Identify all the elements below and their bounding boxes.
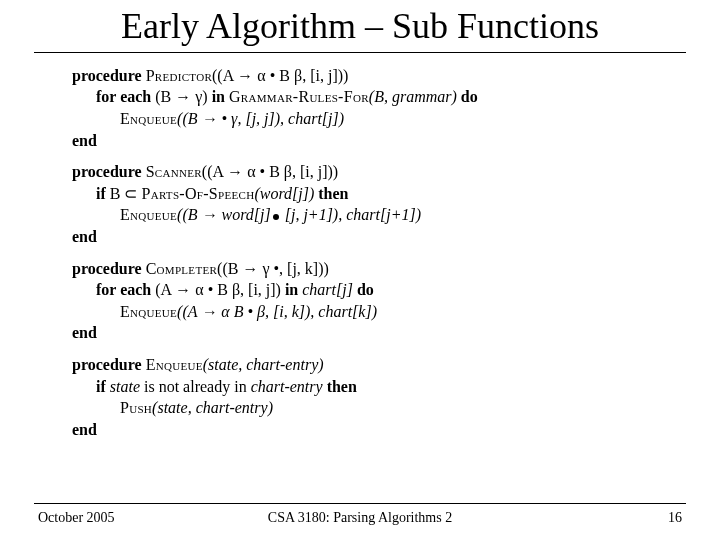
kw-procedure: procedure	[72, 163, 142, 180]
kw-do: do	[461, 88, 478, 105]
kw-end: end	[72, 130, 720, 152]
footer-rule	[34, 503, 686, 504]
arg-state: state	[110, 378, 144, 395]
predictor-enqueue: Enqueue((B → • γ, [j, j]), chart[j])	[72, 108, 720, 130]
fn-enqueue: Enqueue	[120, 110, 177, 127]
fn-enqueue: Enqueue	[120, 206, 177, 223]
txt: B ⊂	[110, 185, 142, 202]
proc-name: Scanner	[146, 163, 202, 180]
page-title: Early Algorithm – Sub Functions	[0, 0, 720, 52]
enqueue-if: if state is not already in chart-entry t…	[72, 376, 720, 398]
kw-in: in	[285, 281, 302, 298]
args: (B, grammar)	[369, 88, 461, 105]
args: chart[j]	[302, 281, 357, 298]
args: (state, chart-entry)	[152, 399, 273, 416]
proc-sig: ((A → α • B β, [i, j]))	[202, 163, 338, 180]
proc-name: Completer	[146, 260, 217, 277]
args: ((B → • γ, [j, j]), chart[j])	[177, 110, 344, 127]
proc-sig: ((A → α • B β, [i, j]))	[212, 67, 348, 84]
kw-end: end	[72, 419, 720, 441]
predictor-foreach: for each (B → γ) in Grammar-Rules-For(B,…	[72, 86, 720, 108]
kw-procedure: procedure	[72, 356, 142, 373]
kw-procedure: procedure	[72, 260, 142, 277]
kw-procedure: procedure	[72, 67, 142, 84]
kw-then: then	[318, 185, 348, 202]
pseudocode-block: procedure Predictor((A → α • B β, [i, j]…	[72, 65, 720, 441]
txt: (B → γ)	[155, 88, 211, 105]
kw-do: do	[357, 281, 374, 298]
txt: (A → α • B β, [i, j])	[155, 281, 285, 298]
scanner-enqueue: Enqueue((B → word[j] [j, j+1]), chart[j+…	[72, 204, 720, 226]
proc-completer: procedure Completer((B → γ •, [j, k]))	[72, 258, 720, 280]
args: ((B → word[j]	[177, 206, 271, 223]
proc-enqueue: procedure Enqueue(state, chart-entry)	[72, 354, 720, 376]
proc-scanner: procedure Scanner((A → α • B β, [i, j]))	[72, 161, 720, 183]
kw-end: end	[72, 226, 720, 248]
slide: Early Algorithm – Sub Functions procedur…	[0, 0, 720, 540]
kw-in: in	[212, 88, 229, 105]
proc-name: Enqueue	[146, 356, 203, 373]
args: [j, j+1]), chart[j+1])	[281, 206, 421, 223]
fn-grammar-rules-for: Grammar-Rules-For	[229, 88, 369, 105]
kw-if: if	[96, 185, 110, 202]
completer-enqueue: Enqueue((A → α B • β, [i, k]), chart[k])	[72, 301, 720, 323]
footer-title: CSA 3180: Parsing Algorithms 2	[38, 510, 682, 526]
title-rule	[34, 52, 686, 53]
proc-predictor: procedure Predictor((A → α • B β, [i, j]…	[72, 65, 720, 87]
txt: is not already in	[144, 378, 251, 395]
footer: October 2005 CSA 3180: Parsing Algorithm…	[38, 510, 682, 526]
fn-enqueue: Enqueue	[120, 303, 177, 320]
enqueue-push: Push(state, chart-entry)	[72, 397, 720, 419]
kw-then: then	[327, 378, 357, 395]
dot-icon	[273, 214, 279, 220]
arg-chart-entry: chart-entry	[251, 378, 327, 395]
args: (word[j])	[254, 185, 318, 202]
args: ((A → α B • β, [i, k]), chart[k])	[177, 303, 377, 320]
kw-end: end	[72, 322, 720, 344]
completer-foreach: for each (A → α • B β, [i, j]) in chart[…	[72, 279, 720, 301]
scanner-if: if B ⊂ Parts-Of-Speech(word[j]) then	[72, 183, 720, 205]
kw-foreach: for each	[96, 88, 155, 105]
fn-push: Push	[120, 399, 152, 416]
proc-sig: ((B → γ •, [j, k]))	[217, 260, 329, 277]
kw-foreach: for each	[96, 281, 155, 298]
fn-parts-of-speech: Parts-Of-Speech	[141, 185, 254, 202]
proc-sig: (state, chart-entry)	[203, 356, 324, 373]
proc-name: Predictor	[146, 67, 212, 84]
kw-if: if	[96, 378, 110, 395]
